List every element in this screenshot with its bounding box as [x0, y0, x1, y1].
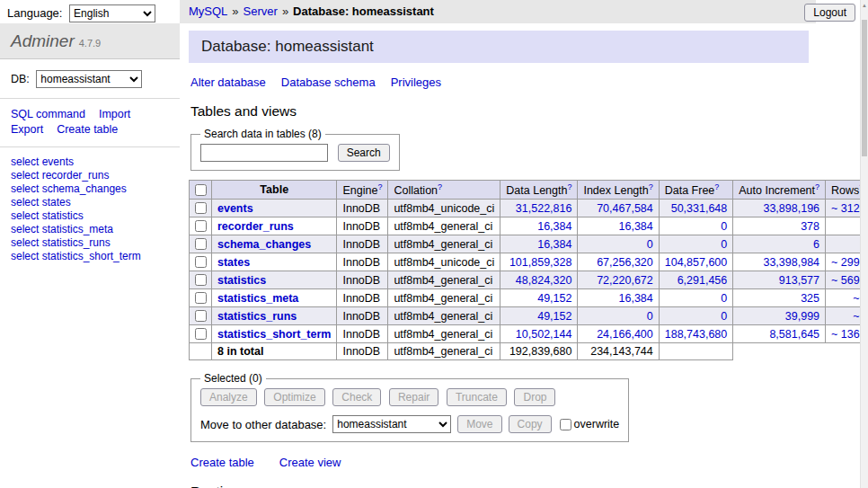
privileges-link[interactable]: Privileges [391, 75, 441, 89]
sidebar-item-select-recorder-runs[interactable]: select recorder_runs [11, 169, 169, 182]
data-length-link[interactable]: 101,859,328 [509, 256, 572, 269]
row-checkbox[interactable] [195, 274, 207, 286]
data-free-link[interactable]: 104,857,600 [665, 256, 728, 269]
auto-increment-link[interactable]: 39,999 [785, 310, 819, 323]
table-link[interactable]: statistics_meta [217, 292, 298, 305]
auto-increment-link[interactable]: 33,398,984 [763, 256, 819, 269]
data-free-link[interactable]: 6,291,456 [678, 274, 728, 287]
data-length-link[interactable]: 10,502,144 [516, 328, 572, 341]
rows-count-link[interactable]: ~ 569,159 [831, 274, 860, 287]
index-length-link[interactable]: 16,384 [619, 220, 653, 233]
help-icon[interactable]: ? [377, 182, 382, 191]
sidebar-link-create-table[interactable]: Create table [57, 123, 118, 136]
help-icon[interactable]: ? [815, 182, 819, 191]
table-link[interactable]: states [217, 256, 250, 269]
data-free-link[interactable]: 0 [721, 292, 727, 305]
scrollbar-thumb[interactable] [862, 20, 867, 156]
create-view-link[interactable]: Create view [279, 456, 341, 469]
logout-button[interactable]: Logout [804, 4, 855, 22]
data-length-link[interactable]: 49,152 [537, 292, 571, 305]
help-icon[interactable]: ? [714, 182, 719, 191]
sidebar-item-select-statistics[interactable]: select statistics [11, 209, 169, 222]
index-length-link[interactable]: 0 [647, 310, 653, 323]
index-length-cell: 67,256,320 [578, 253, 659, 271]
sidebar-link-export[interactable]: Export [11, 123, 43, 136]
database-schema-link[interactable]: Database schema [281, 75, 376, 89]
index-length-link[interactable]: 67,256,320 [597, 256, 653, 269]
row-checkbox[interactable] [195, 310, 207, 322]
search-input[interactable] [200, 144, 328, 162]
data-free-link[interactable]: 0 [721, 310, 727, 323]
move-button[interactable]: Move [457, 415, 501, 433]
index-length-link[interactable]: 70,467,584 [597, 202, 653, 215]
rows-count-link[interactable]: ~ 312,180 [831, 202, 860, 215]
auto-increment-link[interactable]: 325 [801, 292, 819, 305]
search-button[interactable]: Search [338, 144, 390, 162]
sidebar-link-sql-command[interactable]: SQL command [11, 108, 85, 120]
auto-increment-link[interactable]: 33,898,196 [763, 202, 819, 215]
table-link[interactable]: statistics_short_term [217, 328, 331, 341]
scroll-up-icon[interactable]: ▲ [861, 3, 868, 8]
row-checkbox[interactable] [195, 220, 207, 232]
sidebar-item-select-events[interactable]: select events [11, 155, 169, 168]
data-length-link[interactable]: 31,522,816 [516, 202, 572, 215]
repair-button[interactable]: Repair [389, 388, 438, 406]
table-link[interactable]: statistics [217, 274, 266, 287]
analyze-button[interactable]: Analyze [200, 388, 257, 406]
copy-button[interactable]: Copy [509, 415, 552, 433]
data-free-link[interactable]: 188,743,680 [665, 328, 728, 341]
truncate-button[interactable]: Truncate [447, 388, 507, 406]
table-link[interactable]: statistics_runs [217, 310, 297, 323]
auto-increment-link[interactable]: 6 [813, 238, 819, 251]
data-length-link[interactable]: 16,384 [537, 238, 571, 251]
help-icon[interactable]: ? [438, 182, 442, 191]
table-link[interactable]: schema_changes [217, 238, 311, 251]
overwrite-checkbox[interactable] [560, 419, 571, 430]
index-length-link[interactable]: 72,220,672 [597, 274, 653, 287]
check-button[interactable]: Check [332, 388, 381, 406]
index-length-link[interactable]: 0 [647, 238, 653, 251]
table-link[interactable]: recorder_runs [217, 220, 294, 233]
index-length-link[interactable]: 16,384 [619, 292, 653, 305]
data-free-link[interactable]: 0 [721, 220, 727, 233]
row-checkbox[interactable] [195, 238, 207, 250]
row-checkbox[interactable] [195, 202, 207, 214]
rows-count-link[interactable]: ~ 628 [853, 310, 860, 323]
sidebar-item-select-statistics-runs[interactable]: select statistics_runs [11, 236, 169, 249]
drop-button[interactable]: Drop [514, 388, 555, 406]
row-checkbox[interactable] [195, 328, 207, 340]
auto-increment-link[interactable]: 8,581,645 [769, 328, 819, 341]
language-select[interactable]: English [69, 4, 155, 22]
auto-increment-link[interactable]: 378 [801, 220, 819, 233]
alter-database-link[interactable]: Alter database [190, 75, 266, 89]
index-length-link[interactable]: 24,166,400 [597, 328, 653, 341]
breadcrumb-mysql[interactable]: MySQL [189, 4, 227, 18]
rows-count-link[interactable]: ~ 136,108 [831, 328, 860, 341]
rows-count-link[interactable]: ~ 244 [853, 292, 860, 305]
row-checkbox[interactable] [195, 256, 207, 268]
move-db-select[interactable]: homeassistant [332, 415, 451, 433]
create-table-link[interactable]: Create table [190, 456, 254, 469]
optimize-button[interactable]: Optimize [264, 388, 324, 406]
auto-increment-link[interactable]: 913,577 [779, 274, 819, 287]
data-length-link[interactable]: 48,824,320 [516, 274, 572, 287]
data-length-link[interactable]: 49,152 [537, 310, 571, 323]
data-free-link[interactable]: 0 [721, 238, 727, 251]
overwrite-option[interactable]: overwrite [560, 418, 620, 430]
sidebar-item-select-states[interactable]: select states [11, 196, 169, 209]
sidebar-item-select-schema-changes[interactable]: select schema_changes [11, 182, 169, 195]
sidebar-link-import[interactable]: Import [99, 108, 130, 120]
data-length-link[interactable]: 16,384 [537, 220, 571, 233]
sidebar-item-select-statistics-short-term[interactable]: select statistics_short_term [11, 250, 169, 262]
help-icon[interactable]: ? [567, 182, 571, 191]
data-free-link[interactable]: 50,331,648 [671, 202, 728, 215]
sidebar-item-select-statistics-meta[interactable]: select statistics_meta [11, 223, 169, 235]
rows-count-link[interactable]: ~ 299,833 [831, 256, 860, 269]
row-checkbox[interactable] [195, 292, 207, 304]
db-select[interactable]: homeassistant [36, 70, 142, 88]
table-link[interactable]: events [217, 202, 253, 215]
breadcrumb-server[interactable]: Server [244, 4, 278, 18]
help-icon[interactable]: ? [649, 182, 653, 191]
vertical-scrollbar[interactable]: ▲ [860, 0, 868, 488]
select-all-checkbox[interactable] [195, 184, 207, 196]
